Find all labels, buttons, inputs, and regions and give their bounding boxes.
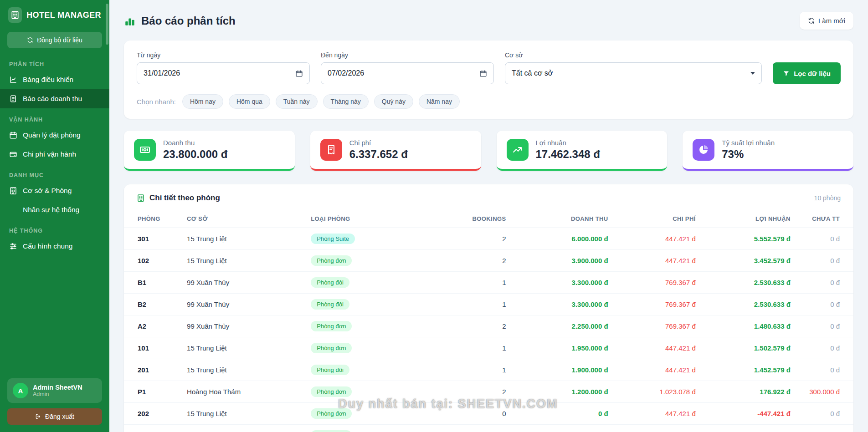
unpaid-cell: 0 đ: [795, 250, 853, 272]
table-header-bar: Chi tiết theo phòng 10 phòng: [124, 184, 853, 210]
sidebar-item-label: Báo cáo doanh thu: [23, 95, 82, 103]
revenue-cell: 1.950.000 đ: [511, 337, 613, 359]
table-title: Chi tiết theo phòng: [149, 193, 220, 203]
quick-filter-pill-2[interactable]: Tuần này: [276, 94, 318, 109]
room-type-badge: Phòng đơn: [311, 408, 352, 419]
refresh-label: Làm mới: [818, 17, 845, 25]
logout-button[interactable]: Đăng xuất: [7, 408, 102, 425]
room-type-badge: Phòng đơn: [311, 321, 352, 331]
stat-texts: Lợi nhuận17.462.348 đ: [536, 139, 600, 161]
profit-cell: 1.480.633 đ: [700, 315, 795, 337]
nav-section-label: HỆ THỐNG: [0, 228, 109, 234]
table-header-row: PHÒNGCƠ SỞLOẠI PHÒNGBOOKINGSDOANH THUCHI…: [124, 210, 853, 228]
wallet-icon: [9, 150, 17, 158]
sidebar-item-label: Bảng điều khiển: [23, 76, 73, 84]
unpaid-cell: 0 đ: [795, 272, 853, 294]
refresh-button[interactable]: Làm mới: [800, 12, 853, 30]
sidebar-item-expenses[interactable]: Chi phí vận hành: [0, 145, 109, 164]
sidebar-item-staff[interactable]: Nhân sự hệ thống: [0, 200, 109, 219]
unpaid-cell: 0 đ: [795, 228, 853, 250]
sidebar-item-bookings[interactable]: Quản lý đặt phòng: [0, 126, 109, 145]
room-type-cell: Phòng đơn: [306, 337, 437, 359]
page-header: Báo cáo phân tích Làm mới: [124, 12, 853, 30]
quick-filter-pill-4[interactable]: Quý này: [374, 94, 413, 109]
pie-icon: [693, 139, 714, 161]
sidebar-item-facilities[interactable]: Cơ sở & Phòng: [0, 181, 109, 200]
unpaid-cell: 0 đ: [795, 337, 853, 359]
profit-cell: 1.452.579 đ: [700, 359, 795, 381]
cost-cell: 769.367 đ: [613, 315, 700, 337]
column-header: PHÒNG: [124, 210, 182, 228]
sliders-icon: [9, 242, 17, 250]
stat-value: 23.800.000 đ: [163, 148, 227, 161]
bookings-cell: 1: [437, 337, 510, 359]
cost-cell: 447.421 đ: [613, 228, 700, 250]
facility-cell: 99 Xuân Thủy: [182, 294, 306, 315]
room-cell: 101: [124, 337, 182, 359]
filter-button-label: Lọc dữ liệu: [794, 70, 831, 77]
room-type-cell: Phòng đôi: [306, 294, 437, 315]
bookings-cell: 1: [437, 359, 510, 381]
user-card[interactable]: A Admin SheetVN Admin: [7, 378, 102, 403]
revenue-cell: 1.200.000 đ: [511, 381, 613, 403]
bar-chart-icon: [124, 15, 136, 27]
filter-data-button[interactable]: Lọc dữ liệu: [773, 62, 841, 84]
room-type-badge: Phòng đơn: [311, 343, 352, 353]
quick-filter-pill-1[interactable]: Hôm qua: [229, 94, 270, 109]
quick-filter-row: Chọn nhanh: Hôm nayHôm quaTuần nàyTháng …: [137, 94, 841, 109]
building-icon: [9, 187, 17, 195]
bookings-cell: 2: [437, 315, 510, 337]
facility-cell: 99 Xuân Thủy: [182, 315, 306, 337]
facility-select[interactable]: Tất cả cơ sở: [505, 62, 762, 84]
room-type-cell: Phòng Suite: [306, 228, 437, 250]
column-header: LOẠI PHÒNG: [306, 210, 437, 228]
revenue-cell: 0 đ: [511, 403, 613, 425]
receipt-icon: [320, 139, 342, 161]
user-role: Admin: [33, 391, 82, 397]
room-type-cell: Phòng đơn: [306, 403, 437, 425]
avatar: A: [13, 383, 28, 398]
sidebar-item-revenue-report[interactable]: Báo cáo doanh thu: [0, 89, 109, 108]
stat-card-profit: Lợi nhuận17.462.348 đ: [497, 131, 668, 171]
room-type-badge: Phòng đôi: [311, 365, 349, 375]
sidebar-item-dashboard[interactable]: Bảng điều khiển: [0, 70, 109, 89]
profit-cell: 2.530.633 đ: [700, 294, 795, 315]
sidebar-scrollbar[interactable]: [106, 4, 108, 45]
stat-texts: Chi phí6.337.652 đ: [349, 139, 408, 161]
stat-card-cost: Chi phí6.337.652 đ: [310, 131, 481, 171]
to-date-input[interactable]: 07/02/2026: [321, 62, 494, 84]
quick-filter-pill-3[interactable]: Tháng này: [323, 94, 369, 109]
column-header: BOOKINGS: [437, 210, 510, 228]
facility-cell: 15 Trung Liệt: [182, 359, 306, 381]
stat-value: 17.462.348 đ: [536, 148, 600, 161]
calendar-icon[interactable]: [295, 70, 303, 77]
table-row: 10115 Trung LiệtPhòng đơn11.950.000 đ447…: [124, 337, 853, 359]
app-title: HOTEL MANAGER: [26, 10, 101, 20]
from-date-input[interactable]: 31/01/2026: [137, 62, 310, 84]
room-type-cell: Phòng đơn: [306, 381, 437, 403]
sidebar-item-settings[interactable]: Cấu hình chung: [0, 237, 109, 256]
facility-cell: 15 Trung Liệt: [182, 403, 306, 425]
stat-value: 73%: [722, 148, 775, 161]
quick-filter-pills: Hôm nayHôm quaTuần nàyTháng nàyQuý nàyNă…: [182, 94, 460, 109]
room-type-cell: Phòng đơn: [306, 315, 437, 337]
quick-filter-pill-0[interactable]: Hôm nay: [182, 94, 223, 109]
calendar-icon[interactable]: [479, 70, 487, 77]
room-type-badge: Phòng Suite: [311, 234, 355, 244]
user-info: Admin SheetVN Admin: [33, 384, 82, 397]
profit-cell: 2.530.633 đ: [700, 272, 795, 294]
sidebar-item-label: Cơ sở & Phòng: [23, 187, 72, 195]
room-type-cell: Phòng đôi: [306, 359, 437, 381]
cost-cell: 447.421 đ: [613, 359, 700, 381]
room-detail-panel: Chi tiết theo phòng 10 phòng PHÒNGCƠ SỞL…: [124, 184, 853, 432]
funnel-icon: [783, 70, 790, 77]
quick-filter-pill-5[interactable]: Năm nay: [419, 94, 460, 109]
hotel-building-icon: [8, 7, 22, 23]
unpaid-cell: 300.000 đ: [795, 381, 853, 403]
revenue-cell: 1.900.000 đ: [511, 359, 613, 381]
facility-cell: 99 Xuân Thủy: [182, 272, 306, 294]
sync-data-button[interactable]: Đồng bộ dữ liệu: [7, 32, 102, 48]
room-cell: B1: [124, 272, 182, 294]
chart-line-icon: [9, 76, 17, 84]
room-detail-table: PHÒNGCƠ SỞLOẠI PHÒNGBOOKINGSDOANH THUCHI…: [124, 210, 853, 432]
